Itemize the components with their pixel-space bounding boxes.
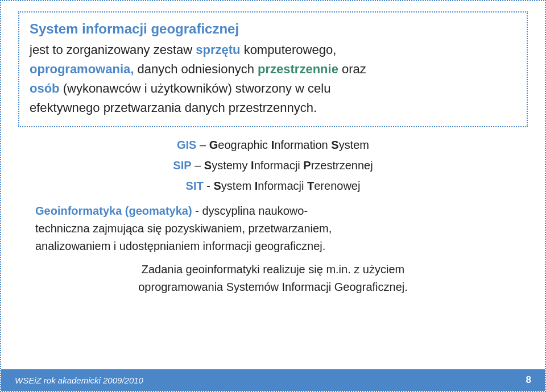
gis-dash: – xyxy=(200,139,209,151)
zadania-line1: Zadania geoinformatyki realizuje się m.i… xyxy=(142,263,404,276)
sit-def: System Informacji Terenowej xyxy=(214,180,361,192)
intro-body: jest to zorganizowany zestaw sprzętu kom… xyxy=(30,43,366,115)
sprzetu-highlight: sprzętu xyxy=(196,43,240,57)
def-sit: SIT - System Informacji Terenowej xyxy=(24,177,522,194)
intro-title: System informacji geograficznej xyxy=(30,18,516,39)
zadania-line2: oprogramowania Systemów Informacji Geogr… xyxy=(138,281,408,293)
slide: System informacji geograficznej jest to … xyxy=(0,0,546,392)
footer-text: WSEiZ rok akademicki 2009/2010 xyxy=(15,376,143,385)
sip-dash: – xyxy=(195,159,204,172)
main-content: System informacji geograficznej jest to … xyxy=(1,1,545,369)
sip-def: Systemy Informacji Przestrzennej xyxy=(204,159,373,172)
przestrzennie-highlight: przestrzennie xyxy=(258,62,338,76)
definitions-block: GIS – Geographic Information System SIP … xyxy=(18,136,528,364)
geo-dash: - dyscyplina naukowo- xyxy=(192,205,308,217)
def-zadania: Zadania geoinformatyki realizuje się m.i… xyxy=(24,261,522,296)
def-sip: SIP – Systemy Informacji Przestrzennej xyxy=(24,157,522,174)
def-geoinformatyka: Geoinformatyka (geomatyka) - dyscyplina … xyxy=(24,202,522,255)
intro-block: System informacji geograficznej jest to … xyxy=(18,11,528,127)
geo-line2: techniczna zajmująca się pozyskiwaniem, … xyxy=(35,222,332,235)
footer: WSEiZ rok akademicki 2009/2010 8 xyxy=(1,369,545,391)
gis-def: Geographic Information System xyxy=(209,139,369,151)
geo-term: Geoinformatyka (geomatyka) xyxy=(35,205,192,217)
oprogramowania-highlight: oprogramowania, xyxy=(30,62,134,76)
sip-abbr: SIP xyxy=(173,159,191,172)
footer-page: 8 xyxy=(526,374,531,386)
def-gis: GIS – Geographic Information System xyxy=(24,136,522,153)
sit-abbr: SIT xyxy=(186,180,204,192)
geo-line3: analizowaniem i udostępnianiem informacj… xyxy=(35,240,325,252)
gis-abbr: GIS xyxy=(177,139,196,151)
osob-highlight: osób xyxy=(30,81,60,95)
sit-dash: - xyxy=(206,180,213,192)
